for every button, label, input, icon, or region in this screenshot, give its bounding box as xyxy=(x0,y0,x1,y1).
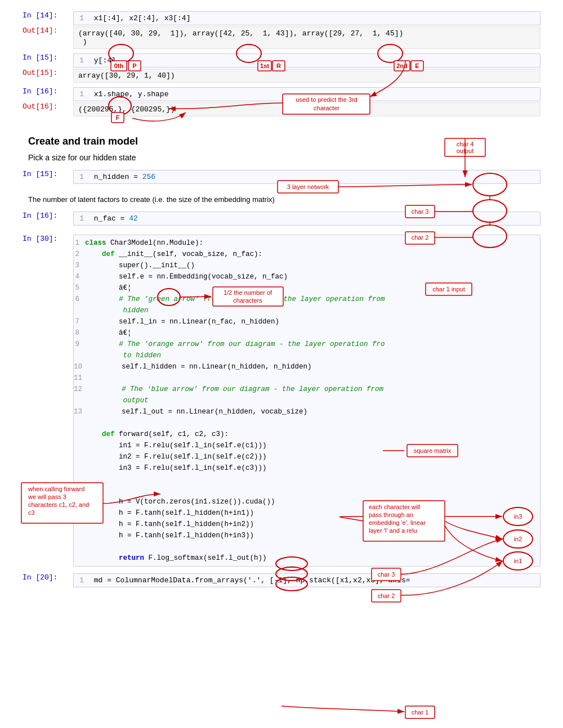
in16a-code: x1.shape, y.shape xyxy=(94,90,169,98)
section-desc: The number of latent factors to create (… xyxy=(23,195,540,204)
in20-content: 1 md = ColumnarModelData.from_arrays('.'… xyxy=(73,573,540,587)
out16a-content: ({200295,}, {200295,}) xyxy=(73,102,540,116)
in15a-label: In [15]: xyxy=(23,53,73,62)
svg-text:char 1: char 1 xyxy=(412,709,429,716)
in15b-code: n_hidden = 256 xyxy=(94,173,155,181)
cell-in16a: In [16]: 1 x1.shape, y.shape xyxy=(23,87,540,101)
in16b-label: In [16]: xyxy=(23,212,73,220)
out16a-label: Out[16]: xyxy=(23,102,73,111)
out15a-text: array([30, 29, 1, 40]) xyxy=(78,71,175,80)
in16a-label: In [16]: xyxy=(23,87,73,96)
in16b-content: 1 n_fac = 42 xyxy=(73,212,540,226)
out16a-text: ({200295,}, {200295,}) xyxy=(78,105,175,114)
in15a-content: 1 y[:4] xyxy=(73,53,540,68)
in16b-code: n_fac = 42 xyxy=(94,214,138,223)
cell-in15b: In [15]: 1 n_hidden = 256 xyxy=(23,170,540,184)
in14-label: In [14]: xyxy=(23,11,73,20)
cell-in16b: In [16]: 1 n_fac = 42 xyxy=(23,212,540,226)
in30-content: 1class Char3Model(nn.Module): 2 def __in… xyxy=(73,235,540,567)
in16a-content: 1 x1.shape, y.shape xyxy=(73,87,540,101)
in20-label: In [20]: xyxy=(23,573,73,582)
in15b-label: In [15]: xyxy=(23,170,73,178)
cell-in20: In [20]: 1 md = ColumnarModelData.from_a… xyxy=(23,573,540,587)
out14-label: Out[14]: xyxy=(23,26,73,35)
in14-content: 1 x1[:4], x2[:4], x3[:4] xyxy=(73,11,540,25)
cell-in14: In [14]: 1 x1[:4], x2[:4], x3[:4] xyxy=(23,11,540,25)
in30-label: In [30]: xyxy=(23,235,73,243)
out14-content: (array([40, 30, 29, 1]), array([42, 25, … xyxy=(73,26,540,49)
in15a-code: y[:4] xyxy=(94,56,116,65)
out15a-content: array([30, 29, 1, 40]) xyxy=(73,69,540,83)
out14-text: (array([40, 30, 29, 1]), array([42, 25, … xyxy=(78,29,403,46)
out15a-label: Out[15]: xyxy=(23,69,73,77)
notebook-page: In [14]: 1 x1[:4], x2[:4], x3[:4] Out[14… xyxy=(0,0,563,600)
cell-out14: Out[14]: (array([40, 30, 29, 1]), array(… xyxy=(23,26,540,49)
in20-code: md = ColumnarModelData.from_arrays('.', … xyxy=(94,576,410,585)
cell-in15a: In [15]: 1 y[:4] xyxy=(23,53,540,68)
cell-in30: In [30]: 1class Char3Model(nn.Module): 2… xyxy=(23,235,540,567)
in14-code: x1[:4], x2[:4], x3[:4] xyxy=(94,14,191,23)
cell-out16a: Out[16]: ({200295,}, {200295,}) xyxy=(23,102,540,116)
section-subtitle: Pick a size for our hidden state xyxy=(23,153,540,162)
cell-out15a: Out[15]: array([30, 29, 1, 40]) xyxy=(23,69,540,83)
in15b-content: 1 n_hidden = 256 xyxy=(73,170,540,184)
svg-rect-71 xyxy=(405,706,435,718)
section-title: Create and train model xyxy=(23,136,540,147)
